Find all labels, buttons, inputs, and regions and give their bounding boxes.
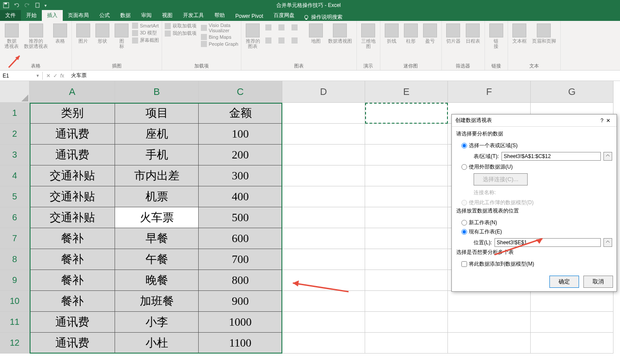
tab-powerpivot[interactable]: Power Pivot [230,11,268,21]
cell[interactable] [448,291,531,312]
cell[interactable]: 500 [199,207,282,228]
timeline-button[interactable]: 日程表 [464,23,482,62]
chart-type-icon[interactable] [278,37,285,44]
cell[interactable]: 手机 [115,145,199,165]
shapes-button[interactable]: 形状 [94,23,111,62]
cell[interactable] [365,228,448,249]
sparkline-winloss-button[interactable]: 盈亏 [421,23,439,62]
range-input[interactable] [501,152,601,161]
pivottable-button[interactable]: 数据 透视表 [3,23,20,62]
recommended-charts-button[interactable]: 推荐的 图表 [244,23,262,62]
bingmaps-button[interactable]: Bing Maps [201,34,238,40]
row-header[interactable]: 4 [0,165,30,186]
cell[interactable]: 金额 [199,103,282,124]
cell[interactable]: 餐补 [30,249,115,270]
row-header[interactable]: 9 [0,270,30,291]
checkbox-add-datamodel[interactable]: 将此数据添加到数据模型(M) [456,260,612,269]
fx-icon[interactable]: fx [60,73,64,79]
cell[interactable] [448,312,531,333]
tell-me[interactable]: 操作说明搜索 [300,13,346,21]
cell[interactable] [282,249,365,270]
cell[interactable]: 午餐 [115,249,199,270]
tab-file[interactable]: 文件 [0,10,21,21]
cell[interactable]: 加班餐 [115,291,199,312]
location-input[interactable] [495,238,601,247]
tab-help[interactable]: 帮助 [209,10,230,21]
cell[interactable] [282,228,365,249]
pivotchart-button[interactable]: 数据透视图 [326,23,354,62]
column-header[interactable]: A [30,81,115,103]
row-header[interactable]: 5 [0,186,30,207]
cell[interactable]: 600 [199,228,282,249]
column-header[interactable]: F [448,81,531,103]
sparkline-column-button[interactable]: 柱形 [402,23,420,62]
help-icon[interactable]: ? [600,118,603,124]
cell[interactable] [365,165,448,186]
radio-new-sheet[interactable]: 新工作表(N) [456,218,612,227]
slicer-button[interactable]: 切片器 [444,23,462,62]
tab-insert[interactable]: 插入 [42,10,63,21]
cell[interactable] [365,103,448,124]
tab-home[interactable]: 开始 [21,10,42,21]
cell[interactable]: 市内出差 [115,165,199,186]
screenshot-button[interactable]: 屏幕截图 [132,37,159,44]
cell[interactable]: 通讯费 [30,124,115,145]
column-header[interactable]: D [282,81,365,103]
chart-type-icon[interactable] [291,37,298,44]
maps-button[interactable]: 地图 [307,23,325,62]
tab-layout[interactable]: 页面布局 [63,10,94,21]
row-header[interactable]: 8 [0,249,30,270]
chart-type-icon[interactable] [265,24,271,30]
column-header[interactable]: G [531,81,613,103]
cell[interactable]: 100 [199,124,282,145]
cell[interactable]: 小李 [115,312,199,333]
cell[interactable]: 900 [199,291,282,312]
cell[interactable]: 晚餐 [115,270,199,291]
tab-view[interactable]: 视图 [157,10,178,21]
row-header[interactable]: 12 [0,333,30,354]
chart-type-icon[interactable] [278,24,285,30]
3dmap-button[interactable]: 三维地 图 [359,23,377,62]
cell[interactable] [365,145,448,165]
cell[interactable]: 交通补贴 [30,207,115,228]
header-footer-button[interactable]: 页眉和页脚 [530,23,558,62]
pictures-button[interactable]: 图片 [75,23,92,62]
ok-button[interactable]: 确定 [549,276,579,288]
cancel-icon[interactable]: ✕ [46,73,51,79]
cell[interactable]: 餐补 [30,291,115,312]
cell[interactable]: 交通补贴 [30,165,115,186]
cell[interactable] [282,103,365,124]
cell[interactable] [282,270,365,291]
textbox-button[interactable]: 文本框 [511,23,529,62]
redo-icon[interactable] [24,2,30,9]
tab-formulas[interactable]: 公式 [94,10,115,21]
radio-existing-sheet[interactable]: 现有工作表(E) [456,227,612,236]
tab-review[interactable]: 审阅 [136,10,157,21]
visio-button[interactable]: Visio Data Visualizer [201,23,238,33]
cell[interactable] [365,124,448,145]
cell[interactable]: 200 [199,145,282,165]
cell[interactable]: 机票 [115,186,199,207]
row-header[interactable]: 3 [0,145,30,165]
get-addins-button[interactable]: 获取加载项 [165,23,197,29]
cell[interactable]: 餐补 [30,270,115,291]
peoplegraph-button[interactable]: People Graph [201,41,238,47]
cancel-button[interactable]: 取消 [583,276,613,288]
link-button[interactable]: 链 接 [488,23,505,62]
recommended-pivot-button[interactable]: 推荐的 数据透视表 [22,23,50,62]
cell[interactable]: 通讯费 [30,145,115,165]
cell[interactable]: 火车票 [115,207,199,228]
cell[interactable] [282,207,365,228]
row-header[interactable]: 2 [0,124,30,145]
cell[interactable]: 交通补贴 [30,186,115,207]
radio-select-range[interactable]: 选择一个表或区域(S) [456,141,612,150]
cell[interactable] [365,291,448,312]
close-icon[interactable]: ✕ [603,118,613,124]
table-button[interactable]: 表格 [51,23,69,62]
cell[interactable] [531,291,613,312]
enter-icon[interactable]: ✓ [53,73,58,79]
smartart-button[interactable]: SmartArt [132,23,159,29]
column-header[interactable]: B [115,81,199,103]
chart-type-icon[interactable] [265,37,271,44]
cell[interactable]: 1100 [199,333,282,354]
